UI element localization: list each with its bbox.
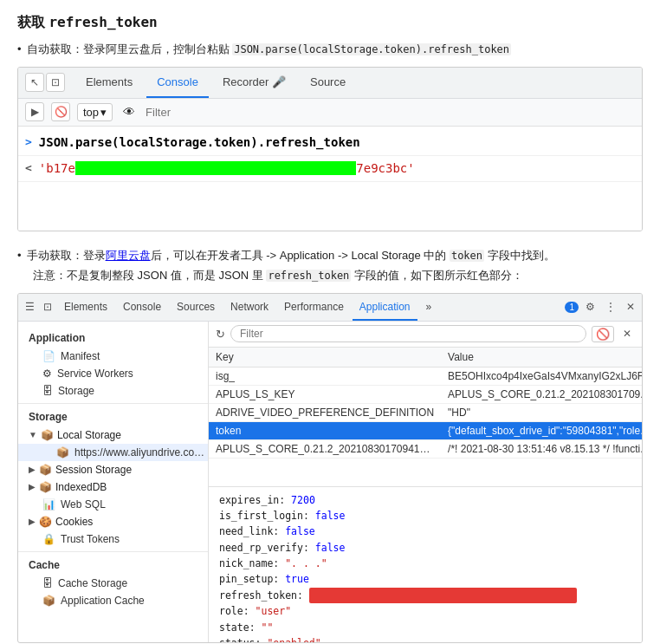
sidebar-item-app-cache[interactable]: 📦 Application Cache xyxy=(18,592,208,609)
result-prefix: 'b17e xyxy=(39,161,75,175)
hamburger-icon[interactable]: ☰ xyxy=(22,299,38,315)
app-tab-console[interactable]: Console xyxy=(116,293,168,321)
app-sidebar: Application 📄 Manifest ⚙ Service Workers… xyxy=(18,322,209,642)
title-code: refresh_token xyxy=(49,14,157,30)
sidebar-item-cache-storage[interactable]: 🗄 Cache Storage xyxy=(18,575,208,592)
app-main: Application 📄 Manifest ⚙ Service Workers… xyxy=(18,322,642,642)
table-row[interactable]: APLUS_S_CORE_0.21.2_20210830170941…/*! 2… xyxy=(209,439,642,458)
element-picker-icon[interactable]: ⊡ xyxy=(46,73,65,92)
refresh-token-code: refresh_token xyxy=(266,270,351,282)
trust-tokens-label: Trust Tokens xyxy=(61,533,120,545)
close-storage-icon[interactable]: ✕ xyxy=(619,326,635,342)
devtools-tabbar-icons: ↖ ⊡ xyxy=(25,73,65,92)
app-tab-sources[interactable]: Sources xyxy=(170,293,222,321)
sidebar-session-storage-group[interactable]: ▶ 📦 Session Storage xyxy=(18,461,208,478)
session-expand-icon: ▶ xyxy=(29,465,36,474)
tab-recorder[interactable]: Recorder 🎤 xyxy=(212,67,296,98)
local-storage-icon: 📦 xyxy=(41,429,54,441)
trust-tokens-icon: 🔒 xyxy=(42,533,55,545)
json-line-first-login: is_first_login: false xyxy=(219,508,631,524)
table-row[interactable]: ADRIVE_VIDEO_PREFERENCE_DEFINITION"HD" xyxy=(209,403,642,421)
json-line-refresh-token: refresh_token: xyxy=(219,588,631,603)
table-row[interactable]: token{"default_sbox_drive_id":"59804381"… xyxy=(209,421,642,439)
more-icon[interactable]: ⋮ xyxy=(602,299,619,315)
settings-icon[interactable]: ⚙ xyxy=(582,299,599,315)
tab-sources[interactable]: Source xyxy=(300,67,356,98)
storage-filter-input[interactable] xyxy=(230,325,586,342)
console-command: JSON.parse(localStorage.token).refresh_t… xyxy=(39,133,360,152)
sidebar-local-storage-group[interactable]: ▼ 📦 Local Storage xyxy=(18,426,208,444)
session-storage-icon: 📦 xyxy=(39,464,52,476)
json-line-expires: expires_in: 7200 xyxy=(219,492,631,508)
console-content: > JSON.parse(localStorage.token).refresh… xyxy=(18,127,642,231)
json-line-role: role: "user" xyxy=(219,603,631,619)
sidebar-cookies-group[interactable]: ▶ 🍪 Cookies xyxy=(18,513,208,530)
section2-text: 手动获取：登录阿里云盘后，可以在开发者工具 -> Application -> … xyxy=(27,247,555,264)
sidebar-section-application: Application xyxy=(18,329,208,348)
sidebar-item-trust-tokens[interactable]: 🔒 Trust Tokens xyxy=(18,530,208,548)
json-preview: expires_in: 7200 is_first_login: false n… xyxy=(209,486,642,642)
session-storage-label: Session Storage xyxy=(55,464,132,476)
indexeddb-expand-icon: ▶ xyxy=(29,482,36,491)
top-selector[interactable]: top ▾ xyxy=(77,103,113,121)
cursor-icon[interactable]: ↖ xyxy=(25,73,44,92)
indexeddb-icon: 📦 xyxy=(39,481,52,493)
sidebar-section-storage: Storage xyxy=(18,407,208,426)
page-title: 获取 refresh_token xyxy=(17,14,643,32)
col-value: Value xyxy=(441,348,642,368)
clear-console-icon[interactable]: ▶ xyxy=(25,102,44,121)
sidebar-item-storage-app[interactable]: 🗄 Storage xyxy=(18,382,208,400)
note-text: 注意：不是复制整段 JSON 值，而是 JSON 里 refresh_token… xyxy=(17,267,643,284)
sidebar-item-service-workers[interactable]: ⚙ Service Workers xyxy=(18,365,208,382)
section1-bullet: • 自动获取：登录阿里云盘后，控制台粘贴 JSON.parse(localSto… xyxy=(17,41,643,58)
table-row[interactable]: isg_BE5OHIxco4p4IxeGaIs4VMxanyIG2xLJ6F..… xyxy=(209,367,642,385)
table-cell-value: BE5OHIxco4p4IxeGaIs4VMxanyIG2xLJ6F... xyxy=(441,367,642,385)
manifest-icon: 📄 xyxy=(42,350,55,362)
refresh-icon[interactable]: ↻ xyxy=(216,328,225,341)
sidebar-item-aliyundrive[interactable]: 📦 https://www.aliyundrive.co… xyxy=(18,444,208,461)
app-tab-network[interactable]: Network xyxy=(223,293,275,321)
content-toolbar: ↻ 🚫 ✕ xyxy=(209,322,642,348)
title-prefix: 获取 xyxy=(17,15,49,29)
json-line-need-link: need_link: false xyxy=(219,524,631,539)
table-row[interactable]: APLUS_LS_KEYAPLUS_S_CORE_0.21.2_20210830… xyxy=(209,385,642,403)
block-icon[interactable]: 🚫 xyxy=(51,102,70,121)
devtools-panel-top: ↖ ⊡ Elements Console Recorder 🎤 Source ▶… xyxy=(17,67,643,231)
console-code: JSON.parse(localStorage.token).refresh_t… xyxy=(232,43,511,55)
app-tab-elements[interactable]: Elements xyxy=(57,293,114,321)
section1-text: 自动获取：登录阿里云盘后，控制台粘贴 JSON.parse(localStora… xyxy=(27,41,512,58)
app-cache-icon: 📦 xyxy=(42,595,55,607)
table-cell-key: ADRIVE_VIDEO_PREFERENCE_DEFINITION xyxy=(209,403,441,421)
tab-elements[interactable]: Elements xyxy=(75,67,143,98)
table-cell-value: {"default_sbox_drive_id":"59804381","rol… xyxy=(441,421,642,439)
websql-icon: 📊 xyxy=(42,498,55,511)
sidebar-item-manifest[interactable]: 📄 Manifest xyxy=(18,348,208,365)
tab-console[interactable]: Console xyxy=(146,67,209,98)
table-cell-key: APLUS_S_CORE_0.21.2_20210830170941… xyxy=(209,439,441,458)
app-tab-application[interactable]: Application xyxy=(353,293,417,321)
console-filter-input[interactable] xyxy=(146,106,635,119)
tab-elements-small[interactable]: ⊡ xyxy=(40,299,55,315)
expand-arrow-icon: ▼ xyxy=(29,430,37,439)
app-tab-more[interactable]: » xyxy=(419,293,439,321)
close-icon[interactable]: ✕ xyxy=(623,299,638,315)
console-output-arrow: < xyxy=(25,159,32,177)
serviceworkers-icon: ⚙ xyxy=(42,368,52,380)
console-result: 'b17e 7e9c3bc' xyxy=(39,159,415,178)
app-content: ↻ 🚫 ✕ Key Value xyxy=(209,322,642,642)
app-tab-performance[interactable]: Performance xyxy=(277,293,351,321)
cookies-expand-icon: ▶ xyxy=(29,517,36,526)
sidebar-indexeddb-group[interactable]: ▶ 📦 IndexedDB xyxy=(18,478,208,496)
indexeddb-label: IndexedDB xyxy=(55,481,107,493)
clear-icon[interactable]: 🚫 xyxy=(592,326,614,342)
storage-table-header: Key Value xyxy=(209,348,642,368)
table-cell-value: APLUS_S_CORE_0.21.2_202108301709... xyxy=(441,385,642,403)
console-result-row: < 'b17e 7e9c3bc' xyxy=(18,156,642,182)
eye-icon[interactable]: 👁 xyxy=(120,102,139,121)
devtools-app-tabbar: ☰ ⊡ Elements Console Sources Network Per… xyxy=(18,294,642,322)
table-cell-key: isg_ xyxy=(209,367,441,385)
console-prompt-icon: > xyxy=(25,133,32,151)
sidebar-item-websql[interactable]: 📊 Web SQL xyxy=(18,496,208,513)
aliyun-link[interactable]: 阿里云盘 xyxy=(106,249,151,262)
storage-app-label: Storage xyxy=(58,385,94,397)
